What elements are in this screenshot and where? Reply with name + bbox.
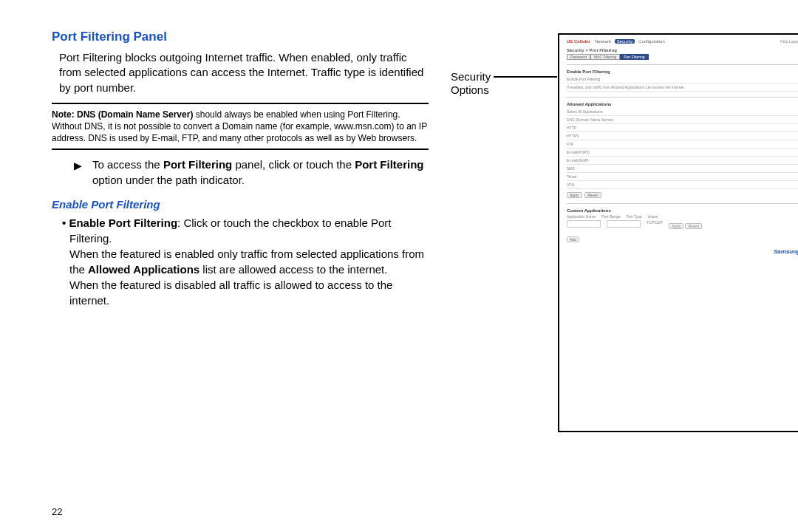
screenshot-figure: US Cellular Network Security Configurati…	[558, 33, 798, 432]
custom-apps-panel: Custom Applications Application Name Por…	[567, 203, 798, 258]
callout-label: Security Options	[451, 70, 491, 97]
intro-paragraph: Port Filtering blocks outgoing Internet …	[59, 50, 429, 95]
page-number: 22	[52, 506, 62, 517]
brand-logo: Samsung	[567, 248, 798, 255]
help-logout: Help Logout	[780, 39, 798, 44]
port-range-input	[607, 220, 641, 228]
enable-panel: Enable Port Filtering Enable Port Filter…	[567, 64, 798, 95]
triangle-bullet-icon: ▶	[74, 159, 82, 189]
screenshot-topbar: US Cellular Network Security Configurati…	[567, 39, 798, 44]
subheading: Enable Port Filtering	[52, 198, 429, 211]
step-item: ▶ To access the Port Filtering panel, cl…	[74, 157, 429, 188]
bullet-item: • Enable Port Filtering: Click or touch …	[62, 215, 429, 308]
apply-button: Apply	[567, 192, 582, 198]
app-name-input	[567, 220, 601, 228]
bullet-dot-icon: •	[62, 216, 69, 229]
section-heading: Port Filtering Panel	[52, 30, 429, 44]
breadcrumb: Security > Port Filtering	[567, 48, 798, 52]
add-button: Add	[567, 236, 579, 242]
callout-leader-line	[494, 76, 557, 78]
carrier-logo: US Cellular	[567, 39, 590, 44]
note-label: Note:	[52, 109, 77, 120]
allowed-apps-panel: Allowed Applications Select All Applicat…	[567, 97, 798, 201]
top-nav: Network Security Configuration	[595, 39, 667, 44]
divider	[52, 103, 429, 104]
revert-button: Revert	[584, 192, 601, 198]
divider	[52, 149, 429, 150]
step-text: To access the Port Filtering panel, clic…	[92, 157, 429, 188]
note-paragraph: Note: DNS (Domain Name Server) should al…	[52, 109, 429, 145]
note-bold: DNS (Domain Name Server)	[77, 109, 193, 120]
filter-tabs: Password MAC Filtering Port Filtering	[567, 54, 798, 60]
